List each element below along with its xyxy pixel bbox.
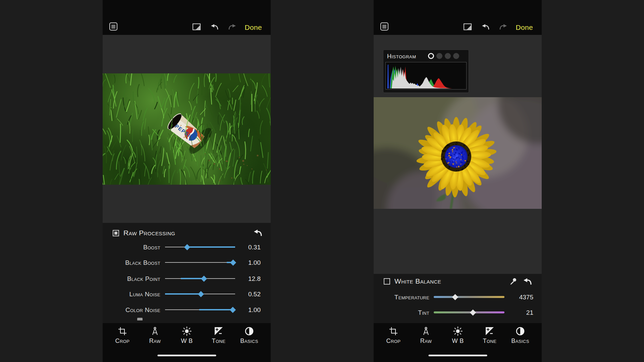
slider-handle[interactable]	[198, 291, 204, 297]
tab-label: W B	[172, 338, 201, 345]
photo-canvas-pepsi-cup[interactable]: PEPSIPE	[103, 73, 271, 185]
histogram-chart	[385, 62, 467, 89]
desktop-background: Done PEPSIPE Raw Processing Boost 0.31 B…	[0, 0, 644, 362]
slider-row-luma-noise: Luma Noise 0.52	[103, 290, 271, 298]
slider-value: 1.00	[237, 306, 261, 314]
done-button[interactable]: Done	[516, 23, 533, 32]
slider-value: 1.00	[237, 259, 261, 266]
menu-button[interactable]	[109, 22, 118, 31]
slider-track[interactable]	[165, 243, 235, 251]
tab-crop[interactable]: Crop	[379, 326, 408, 345]
slider-label: Color Noise	[103, 306, 160, 314]
tab-crop[interactable]: Crop	[108, 326, 137, 345]
home-indicator[interactable]	[428, 355, 487, 356]
tab-basics[interactable]: Basics	[506, 326, 535, 345]
histogram-channel-button-green[interactable]	[445, 53, 451, 59]
top-bar: Done	[374, 0, 542, 35]
tab-label: Raw	[141, 338, 169, 345]
slider-track[interactable]	[165, 305, 235, 314]
tab-raw[interactable]: Raw	[141, 326, 169, 345]
slider-handle[interactable]	[229, 307, 235, 313]
photo-canvas-sunflower[interactable]	[374, 97, 542, 209]
panel-reset-button[interactable]	[253, 228, 263, 238]
top-bar: Done	[103, 0, 271, 35]
tab-tone[interactable]: Tone	[475, 326, 504, 345]
panel-enable-checkbox[interactable]	[384, 278, 390, 285]
slider-track[interactable]	[165, 290, 235, 298]
tab-raw[interactable]: Raw	[412, 326, 440, 345]
basics-icon	[235, 326, 264, 337]
slider-row-temperature: Temperature 4375	[374, 293, 542, 301]
panel-title: White Balance	[394, 277, 441, 285]
raw-icon	[412, 326, 440, 337]
slider-handle[interactable]	[184, 244, 190, 250]
slider-label: Temperature	[374, 294, 429, 301]
tab-wb[interactable]: W B	[443, 326, 472, 345]
home-indicator[interactable]	[157, 355, 216, 356]
slider-value: 12.8	[237, 275, 261, 283]
raw-icon	[141, 326, 169, 337]
histogram-panel: Histogram	[383, 50, 469, 93]
panel-reset-button[interactable]	[523, 277, 533, 286]
tone-icon	[475, 326, 504, 337]
slider-label: Boost	[103, 244, 160, 251]
basics-icon	[506, 326, 535, 337]
panel-title: Raw Processing	[123, 229, 175, 237]
tab-wb[interactable]: W B	[172, 326, 201, 345]
histogram-channel-button-all[interactable]	[428, 53, 434, 59]
wb-icon	[443, 326, 472, 337]
histogram-luma-channel	[392, 67, 454, 88]
slider-label: Luma Noise	[103, 291, 160, 298]
histogram-channel-button-blue[interactable]	[453, 53, 459, 59]
slider-row-black-boost: Black Boost 1.00	[103, 258, 271, 267]
redo-icon	[499, 23, 507, 31]
tab-label: Crop	[379, 338, 408, 345]
crop-icon	[108, 326, 137, 337]
raw-processing-panel: Raw Processing Boost 0.31 Black Boost 1.…	[103, 223, 271, 323]
slider-handle[interactable]	[452, 294, 458, 300]
tab-label: Basics	[235, 338, 264, 345]
slider-row-black-point: Black Point 12.8	[103, 274, 271, 283]
slider-value: 0.52	[237, 291, 261, 298]
slider-row-tint: Tint 21	[374, 308, 542, 317]
eyedropper-button[interactable]	[508, 277, 517, 286]
slider-row-color-noise: Color Noise 1.00	[103, 305, 271, 314]
compare-original-button[interactable]	[463, 23, 472, 31]
redo-button[interactable]	[499, 23, 507, 31]
menu-icon	[380, 22, 389, 31]
slider-label: Black Boost	[103, 259, 160, 266]
slider-value: 21	[506, 309, 533, 316]
histogram-channel-button-red[interactable]	[436, 53, 442, 59]
tab-basics[interactable]: Basics	[235, 326, 264, 345]
histogram-title: Histogram	[387, 53, 416, 60]
slider-value: 4375	[506, 294, 533, 301]
tab-label: Crop	[108, 338, 137, 345]
slider-track[interactable]	[165, 274, 235, 283]
panel-enable-checkbox[interactable]	[113, 230, 119, 236]
menu-icon	[109, 22, 118, 31]
slider-label: Black Point	[103, 275, 160, 283]
reset-icon	[523, 277, 533, 286]
compare-original-button[interactable]	[192, 23, 201, 31]
editor-screen-left: Done PEPSIPE Raw Processing Boost 0.31 B…	[103, 0, 271, 362]
slider-handle[interactable]	[230, 259, 236, 265]
tab-label: Raw	[412, 338, 440, 345]
undo-button[interactable]	[482, 23, 490, 31]
slider-track[interactable]	[165, 258, 235, 267]
undo-icon	[482, 23, 490, 31]
checkbox-checked-mark	[114, 232, 117, 235]
tab-tone[interactable]: Tone	[204, 326, 233, 345]
slider-value: 0.31	[237, 244, 261, 251]
slider-track[interactable]	[434, 308, 504, 317]
clipped-next-row-hint	[137, 318, 143, 320]
crop-icon	[379, 326, 408, 337]
slider-track[interactable]	[434, 293, 504, 301]
compare-icon	[463, 23, 472, 31]
done-button[interactable]: Done	[245, 23, 262, 32]
slider-handle[interactable]	[201, 276, 207, 282]
undo-button[interactable]	[211, 23, 219, 31]
menu-button[interactable]	[380, 22, 389, 31]
tab-label: Tone	[475, 338, 504, 345]
slider-handle[interactable]	[470, 309, 476, 315]
redo-button[interactable]	[228, 23, 236, 31]
